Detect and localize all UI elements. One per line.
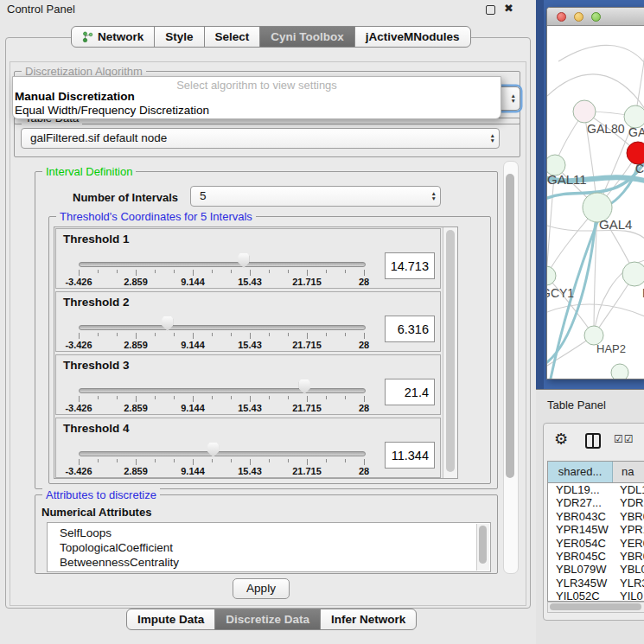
tab-impute-data-label: Impute Data xyxy=(137,613,204,626)
table-data-combo[interactable]: galFiltered.sif default node ▲ ▼ xyxy=(21,128,500,149)
cell-shared-name: YDL19... xyxy=(548,483,612,496)
close-panel-icon[interactable]: ✖ xyxy=(504,2,513,15)
threshold-3-panel: Threshold 3 -3.4262.8599.14415.4321.7152… xyxy=(55,354,441,415)
network-node[interactable] xyxy=(573,100,596,123)
number-of-intervals-value: 5 xyxy=(200,189,207,202)
cell-shared-name: YPR145W xyxy=(548,523,612,536)
gear-icon[interactable]: ⚙ xyxy=(554,430,568,449)
control-panel-titlebar: Control Panel ✖ xyxy=(0,0,536,19)
cell-shared-name: YIL052C xyxy=(548,590,612,602)
threshold-2-value-field[interactable]: 6.316 xyxy=(385,316,435,342)
attributes-scrollbar[interactable] xyxy=(476,524,489,571)
combo-stepper-icon: ▲ ▼ xyxy=(511,87,516,110)
cell-shared-name: YER054C xyxy=(548,537,612,550)
attributes-scrollbar-thumb[interactable] xyxy=(479,526,487,564)
tab-impute-data[interactable]: Impute Data xyxy=(126,609,215,630)
threshold-1-panel: Threshold 1 -3.4262.8599.14415.4321.7152… xyxy=(55,228,441,289)
columns-icon[interactable] xyxy=(585,433,601,449)
cell-name: YDR2 xyxy=(612,496,644,509)
mac-minimize-button[interactable] xyxy=(574,12,583,22)
numerical-attributes-list: SelfLoopsTopologicalCoefficientBetweenne… xyxy=(47,522,491,572)
popup-option-manual-discretization[interactable]: Manual Discretization xyxy=(15,90,135,103)
network-canvas[interactable]: GAL80GACGAL11GAL4GCY1HHAP2 xyxy=(547,25,644,379)
table-row[interactable]: YDL19...YDL1 xyxy=(548,483,644,496)
thresholds-scrollbar[interactable] xyxy=(443,227,457,478)
combo-stepper-icon: ▲ ▼ xyxy=(490,129,495,148)
network-tab-icon xyxy=(82,31,93,42)
mac-zoom-button[interactable] xyxy=(591,12,601,22)
slider-tick-label: 15.43 xyxy=(238,466,262,476)
threshold-3-value-field[interactable]: 21.4 xyxy=(385,379,435,405)
table-row[interactable]: YDR27...YDR2 xyxy=(548,496,644,509)
cell-name: YLR3 xyxy=(612,577,644,590)
table-horizontal-scrollbar-thumb[interactable] xyxy=(550,603,641,610)
network-window-titlebar[interactable] xyxy=(547,8,644,26)
apply-button[interactable]: Apply xyxy=(233,578,290,599)
slider-tick-label: 21.715 xyxy=(292,403,322,413)
table-row[interactable]: YPR145WYPR1 xyxy=(548,523,644,536)
table-row[interactable]: YIL052CYIL0 xyxy=(548,590,644,602)
table-panel-title: Table Panel xyxy=(547,399,606,411)
cell-name: YBR0 xyxy=(612,550,644,563)
slider-tick-label: 15.43 xyxy=(238,403,262,413)
network-node[interactable] xyxy=(611,364,628,379)
cell-name: YBR0 xyxy=(612,510,644,523)
network-node-label: HAP2 xyxy=(596,342,626,355)
tab-style[interactable]: Style xyxy=(154,26,204,48)
network-node[interactable] xyxy=(622,262,644,286)
attribute-list-item[interactable]: SelfLoops xyxy=(48,526,490,540)
settings-scrollbar-thumb[interactable] xyxy=(506,174,514,478)
tab-cyni-toolbox-label: Cyni Toolbox xyxy=(271,30,344,43)
cell-name: YPR1 xyxy=(612,523,644,536)
settings-scrollbar[interactable] xyxy=(503,161,519,574)
tab-discretize-data[interactable]: Discretize Data xyxy=(214,609,321,630)
table-horizontal-scrollbar[interactable] xyxy=(547,602,644,613)
slider-ticks xyxy=(79,270,364,277)
table-row[interactable]: YBR043CYBR0 xyxy=(548,510,644,523)
slider-tick-label: 15.43 xyxy=(238,340,262,350)
table-row[interactable]: YER054CYER0 xyxy=(548,537,644,550)
tab-jactivemnodules[interactable]: jActiveMNodules xyxy=(354,26,471,48)
mac-close-button[interactable] xyxy=(557,12,566,22)
cell-name: YDL1 xyxy=(612,483,644,496)
network-node-label: GCY1 xyxy=(547,286,574,300)
thresholds-scrollpane: Threshold 1 -3.4262.8599.14415.4321.7152… xyxy=(54,226,458,479)
network-node-label: GA xyxy=(628,125,644,139)
table-row[interactable]: YBL079WYBL0 xyxy=(548,563,644,576)
slider-tick-label: 28 xyxy=(359,340,369,350)
attribute-list-item[interactable]: BetweennessCentrality xyxy=(48,555,490,570)
column-header-shared-name[interactable]: shared... xyxy=(548,462,613,482)
popup-option-equal-width[interactable]: Equal Width/Frequency Discretization xyxy=(15,104,209,117)
float-window-icon[interactable] xyxy=(486,5,495,15)
network-view-window: GAL80GACGAL11GAL4GCY1HHAP2 xyxy=(546,7,644,379)
slider-tick-label: 2.859 xyxy=(124,466,148,476)
threshold-4-value-field[interactable]: 11.344 xyxy=(385,442,435,469)
tab-infer-network[interactable]: Infer Network xyxy=(320,609,417,630)
table-row[interactable]: YLR345WYLR3 xyxy=(548,577,644,590)
thresholds-scrollbar-thumb[interactable] xyxy=(446,230,455,472)
slider-tick-label: 9.144 xyxy=(181,466,205,476)
threshold-3-slider-track[interactable] xyxy=(79,388,366,393)
thresholds-group-title: Threshold's Coordinates for 5 Intervals xyxy=(56,210,256,223)
threshold-1-slider-track[interactable] xyxy=(79,262,366,267)
cell-shared-name: YLR345W xyxy=(548,577,612,590)
threshold-4-slider-track[interactable] xyxy=(79,451,366,456)
tab-cyni-toolbox[interactable]: Cyni Toolbox xyxy=(259,26,355,48)
network-node[interactable] xyxy=(547,266,556,285)
numerical-attributes-label: Numerical Attributes xyxy=(41,506,151,519)
attribute-list-item[interactable]: TopologicalCoefficient xyxy=(48,540,490,555)
table-row[interactable]: YBR045CYBR0 xyxy=(548,550,644,563)
column-header-name[interactable]: na xyxy=(613,462,644,482)
network-node-label: GAL11 xyxy=(547,172,587,187)
table-data-combo-value: galFiltered.sif default node xyxy=(30,131,167,144)
cell-shared-name: YDR27... xyxy=(548,496,612,509)
threshold-2-slider-track[interactable] xyxy=(79,325,366,330)
slider-tick-label: 15.43 xyxy=(238,277,262,287)
number-of-intervals-combo[interactable]: 5 ▲ ▼ xyxy=(190,186,441,207)
select-columns-checkboxes-icon[interactable]: ☑☑ xyxy=(614,433,634,445)
threshold-1-value-field[interactable]: 14.713 xyxy=(385,252,435,279)
tab-select[interactable]: Select xyxy=(204,26,261,48)
slider-tick-label: 9.144 xyxy=(181,340,205,350)
tab-network[interactable]: Network xyxy=(71,26,155,48)
interval-definition-title: Interval Definition xyxy=(42,165,136,178)
